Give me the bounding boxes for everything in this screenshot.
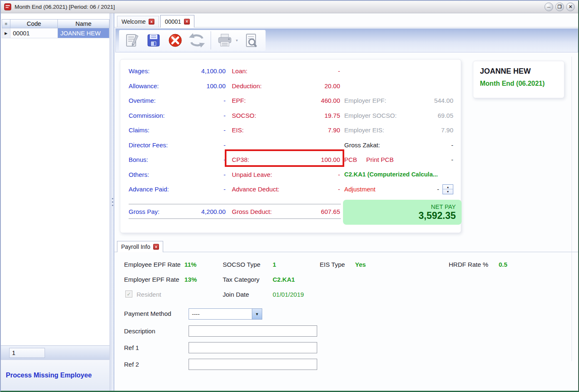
preview-icon [244,32,259,48]
close-button[interactable]: ✕ [566,2,575,11]
field-label: Director Fees: [129,141,168,149]
field-value: - [224,186,226,193]
grid-header-code[interactable]: Code [10,19,58,28]
field-value: - [451,141,453,149]
ref1-label: Ref 1 [124,344,139,351]
payment-method-dropdown[interactable]: ---- ▼ [189,308,262,320]
field-label: Bonus: [129,156,148,163]
field-label: Employer EPF: [344,97,386,104]
ref1-input[interactable] [189,342,317,353]
hrdf-rate-value: 0.5 [499,261,507,268]
ref2-input[interactable] [189,359,317,370]
employee-card-name: JOANNE HEW [480,67,557,76]
maximize-button[interactable]: ❐ [555,2,564,11]
field-value: - [224,127,226,134]
field-label: Others: [129,171,149,178]
field-label: Wages: [129,67,149,74]
gross-deduct-label: Gross Deduct: [232,208,272,215]
spinner-down-icon[interactable]: ▼ [443,189,453,194]
payment-method-label: Payment Method [124,310,171,317]
process-area: Process Missing Employee [1,360,110,391]
field-label: Allowance: [129,82,159,89]
cancel-button[interactable] [166,32,184,49]
grid-header-name[interactable]: Name [58,19,109,28]
cp38-label: CP38: [232,156,249,163]
print-button[interactable] [216,32,234,49]
field-label: Gross Zakat: [344,141,380,149]
panel-splitter[interactable] [110,13,114,391]
app-logo-icon [4,3,11,10]
field-value: 20.00 [324,82,340,89]
field-value: 19.75 [324,112,340,119]
tab-employee-close-icon[interactable]: x [184,19,190,25]
pcb-label: PCB [344,156,357,163]
ref2-label: Ref 2 [124,361,139,368]
field-label: Deduction: [232,82,262,89]
field-value: 460.00 [321,97,340,104]
net-pay-value: 3,592.35 [418,210,456,221]
tab-divider [114,252,579,252]
print-icon [216,32,233,48]
payroll-info-close-icon[interactable]: x [153,244,159,250]
combo-dropdown-icon[interactable]: ▼ [252,309,262,319]
field-label: Employer EIS: [344,127,384,134]
print-pcb-link[interactable]: Print PCB [366,156,394,163]
tab-welcome-close-icon[interactable]: x [149,19,154,25]
minimize-button[interactable]: ─ [544,2,553,11]
description-input[interactable] [189,325,317,337]
field-value: - [338,67,340,74]
resident-checkbox[interactable]: ✓ [125,290,132,298]
adjustment-value: - [437,186,439,193]
spinner-up-icon[interactable]: ▲ [443,185,453,190]
employee-name-cell[interactable]: JOANNE HEW [58,28,109,38]
field-label: EPF: [232,97,246,104]
field-label: Unpaid Leave: [232,171,272,178]
tax-category-note: C2.KA1 (Computerized Calcula... [344,171,453,178]
join-date-label: Join Date [223,291,249,298]
earnings-column: Wages:4,100.00 Allowance:100.00 Overtime… [129,64,226,197]
eis-type-label: EIS Type [320,261,345,268]
eis-type-value: Yes [355,261,366,268]
tab-payroll-info[interactable]: Payroll Info x [117,241,163,252]
adjustment-label: Adjustment [344,186,375,193]
employer-column: Employer EPF:544.00 Employer SOCSO:69.05… [344,64,453,197]
save-icon [146,32,162,48]
field-label: SOCSO: [232,112,256,119]
employer-epf-rate-label: Employer EPF Rate [124,276,179,283]
print-dropdown-icon[interactable]: ▼ [235,39,239,42]
cancel-icon [167,32,183,48]
tab-welcome[interactable]: Welcome x [117,16,159,27]
field-label: EIS: [232,127,244,134]
app-window: Month End (06.2021) [Period: 06 / 2021] … [0,0,579,392]
edit-button[interactable] [123,32,141,49]
main-area: Welcome x 00001 x [114,13,579,391]
field-value: 7.90 [328,127,340,134]
payroll-info-tab-label: Payroll Info [121,243,150,250]
field-label: Commission: [129,112,165,119]
socso-type-value: 1 [273,261,276,268]
field-value: - [338,186,340,193]
grid-header-indicator[interactable]: ✳ [2,19,10,28]
adjustment-spinner[interactable]: ▲ ▼ [442,184,453,194]
title-bar: Month End (06.2021) [Period: 06 / 2021] … [1,1,578,13]
field-value: - [224,97,226,104]
field-value: 100.00 [206,82,226,89]
deductions-column: Loan:- Deduction:20.00 EPF:460.00 SOCSO:… [232,64,340,197]
cp38-value: 100.00 [321,156,340,163]
employee-row[interactable]: ▶ 00001 JOANNE HEW [2,28,109,38]
employee-card-period: Month End (06.2021) [480,80,557,87]
refresh-button[interactable] [188,32,206,49]
socso-type-label: SOCSO Type [223,261,261,268]
payment-method-value: ---- [189,309,252,319]
tab-employee-00001[interactable]: 00001 x [160,15,194,27]
employee-code-cell[interactable]: 00001 [10,28,58,38]
save-button[interactable] [145,32,162,49]
preview-button[interactable] [243,32,260,49]
edit-icon [124,32,140,48]
process-missing-employee-button[interactable]: Process Missing Employee [6,372,92,379]
field-value: - [224,156,226,163]
field-value: - [338,171,340,178]
pager-input[interactable] [9,348,45,358]
field-label: Advance Paid: [129,186,169,193]
net-pay-label: NET PAY [431,203,456,210]
